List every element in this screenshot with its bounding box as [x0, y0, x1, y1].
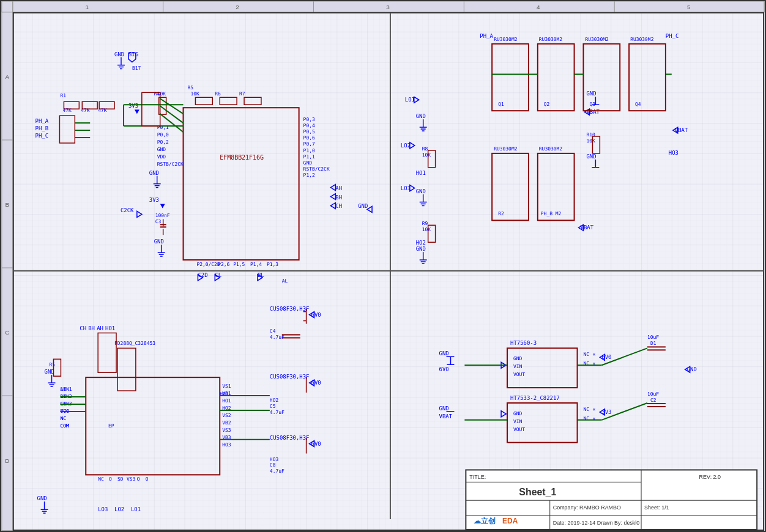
svg-text:P1,4: P1,4: [250, 262, 262, 267]
svg-text:RU3030M2: RU3030M2: [539, 146, 563, 152]
svg-text:VS2: VS2: [222, 413, 231, 418]
svg-text:GND: GND: [149, 170, 159, 176]
svg-rect-143: [428, 150, 436, 168]
svg-text:VIN: VIN: [513, 364, 522, 369]
svg-text:HO1: HO1: [222, 398, 231, 404]
svg-rect-1: [2, 1, 764, 531]
svg-text:1: 1: [85, 4, 89, 10]
svg-text:47K: 47K: [98, 108, 107, 113]
svg-marker-108: [258, 275, 262, 281]
svg-text:CH: CH: [60, 401, 66, 407]
svg-text:LIN2: LIN2: [60, 394, 72, 399]
svg-text:VDD: VDD: [157, 154, 166, 160]
svg-text:HO3: HO3: [270, 457, 279, 462]
svg-text:10K: 10K: [422, 227, 431, 232]
svg-text:R4: R4: [154, 91, 160, 97]
svg-text:100nF: 100nF: [155, 213, 170, 218]
svg-text:LO1: LO1: [131, 506, 141, 512]
svg-marker-151: [584, 109, 589, 115]
svg-text:LO2: LO2: [401, 142, 411, 149]
svg-text:BH: BH: [335, 194, 342, 201]
svg-text:10uF: 10uF: [647, 334, 659, 340]
svg-text:HO3: HO3: [222, 442, 231, 448]
svg-text:GND: GND: [416, 113, 426, 119]
svg-text:✕: ✕: [592, 352, 595, 357]
svg-text:NC: NC: [583, 407, 589, 412]
svg-rect-209: [86, 377, 220, 475]
svg-text:HT7560-3: HT7560-3: [510, 340, 537, 346]
svg-text:P0,1: P0,1: [157, 125, 169, 130]
svg-text:RU3030M2: RU3030M2: [494, 37, 518, 42]
svg-text:AH: AH: [97, 325, 103, 331]
svg-text:LO1: LO1: [405, 97, 415, 103]
svg-text:P1,3: P1,3: [267, 262, 278, 267]
svg-text:VBAT: VBAT: [675, 127, 688, 133]
svg-text:LO2: LO2: [114, 506, 124, 512]
svg-text:PH_C: PH_C: [666, 33, 679, 39]
svg-text:O: O: [109, 476, 112, 482]
svg-text:REV:  2.0: REV: 2.0: [699, 474, 721, 480]
svg-text:RSTB/C2CK: RSTB/C2CK: [157, 161, 184, 167]
svg-text:Sheet_1: Sheet_1: [519, 487, 556, 497]
svg-text:C2CK: C2CK: [121, 207, 134, 213]
svg-text:6V0: 6V0: [311, 312, 321, 318]
svg-text:R10: R10: [586, 132, 595, 138]
svg-rect-152: [583, 44, 620, 111]
svg-text:VOUT: VOUT: [513, 372, 525, 377]
svg-text:3V3: 3V3: [601, 409, 611, 415]
svg-rect-176: [538, 153, 574, 220]
svg-text:D1: D1: [650, 341, 656, 346]
svg-marker-267: [310, 441, 314, 447]
svg-text:6V0: 6V0: [60, 408, 69, 414]
svg-text:R9: R9: [422, 221, 428, 226]
svg-text:5: 5: [687, 4, 691, 10]
svg-marker-97: [367, 206, 372, 212]
svg-text:B17: B17: [132, 65, 141, 71]
svg-text:C3: C3: [155, 219, 162, 224]
svg-marker-314: [600, 409, 604, 415]
svg-text:C: C: [5, 329, 9, 336]
svg-rect-173: [492, 153, 529, 220]
svg-text:C8: C8: [270, 462, 276, 468]
svg-text:R5: R5: [187, 85, 193, 91]
svg-marker-68: [137, 211, 142, 217]
svg-text:10K: 10K: [422, 152, 431, 158]
svg-text:✕: ✕: [592, 407, 595, 412]
svg-text:C4: C4: [270, 328, 276, 334]
svg-text:TITLE:: TITLE:: [469, 474, 486, 480]
svg-text:PH_A: PH_A: [35, 118, 49, 124]
svg-text:10K: 10K: [190, 91, 199, 97]
svg-text:SD: SD: [117, 476, 124, 482]
svg-marker-91: [330, 185, 335, 191]
schematic-container: 1 2 3 4 5 A B C D PH_A PH_B PH_C 47K: [0, 0, 766, 532]
svg-text:Q4: Q4: [635, 102, 641, 107]
svg-text:HO1: HO1: [105, 325, 115, 331]
svg-text:P1,5: P1,5: [233, 262, 245, 267]
svg-text:O: O: [137, 476, 140, 482]
svg-text:GND: GND: [303, 160, 313, 166]
svg-text:PH_C: PH_C: [35, 133, 49, 139]
svg-text:RU3030M2: RU3030M2: [539, 37, 563, 42]
svg-text:GND: GND: [45, 369, 54, 375]
svg-text:NC: NC: [583, 352, 589, 357]
svg-marker-93: [330, 194, 335, 200]
svg-rect-207: [117, 348, 136, 391]
svg-text:GND: GND: [439, 405, 449, 412]
svg-text:✕: ✕: [592, 416, 595, 421]
svg-line-323: [601, 348, 647, 365]
svg-text:10uF: 10uF: [647, 391, 659, 397]
svg-text:CUS08F30,H3F: CUS08F30,H3F: [270, 435, 310, 441]
svg-text:P0,0: P0,0: [157, 132, 169, 138]
svg-text:4.7uF: 4.7uF: [270, 468, 284, 474]
svg-text:6V0: 6V0: [311, 380, 321, 386]
svg-text:47K: 47K: [81, 108, 90, 113]
svg-text:LIN3: LIN3: [60, 401, 72, 407]
svg-text:HO1: HO1: [416, 170, 426, 176]
svg-text:GND: GND: [586, 91, 596, 97]
svg-text:HO2: HO2: [270, 397, 279, 403]
svg-text:VOUT: VOUT: [513, 427, 525, 432]
svg-text:C2: C2: [650, 397, 656, 403]
svg-rect-33: [64, 102, 79, 109]
svg-text:HO3: HO3: [669, 150, 679, 156]
svg-marker-168: [410, 185, 415, 191]
